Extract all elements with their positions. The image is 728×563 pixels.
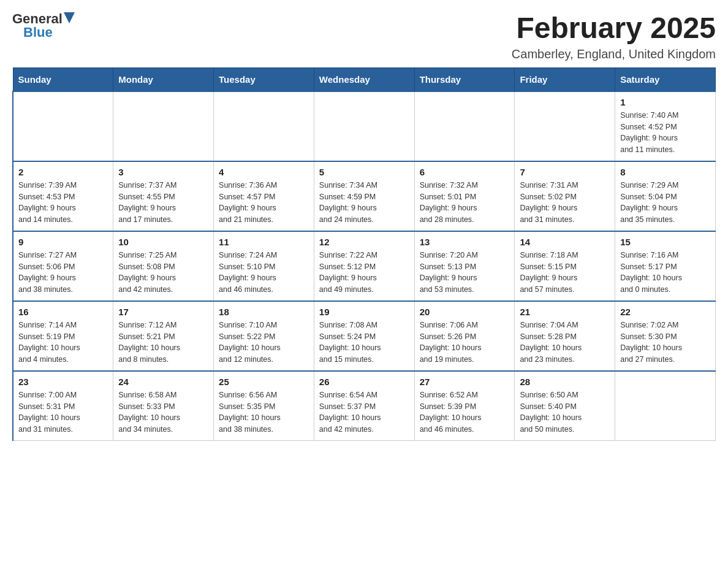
calendar-cell: 13Sunrise: 7:20 AMSunset: 5:13 PMDayligh… — [414, 231, 515, 301]
day-info: Sunrise: 7:16 AMSunset: 5:17 PMDaylight:… — [620, 250, 710, 296]
day-number: 7 — [520, 167, 610, 177]
day-number: 3 — [118, 167, 208, 177]
calendar-cell — [314, 91, 414, 161]
day-info: Sunrise: 7:32 AMSunset: 5:01 PMDaylight:… — [420, 180, 510, 226]
day-number: 22 — [620, 307, 710, 317]
page-header: General Blue February 2025 Camberley, En… — [12, 12, 716, 61]
calendar-cell: 16Sunrise: 7:14 AMSunset: 5:19 PMDayligh… — [13, 301, 113, 371]
calendar-day-header: Friday — [515, 67, 615, 91]
svg-marker-0 — [64, 12, 75, 23]
day-number: 26 — [319, 377, 409, 387]
day-number: 23 — [18, 377, 108, 387]
calendar-cell: 15Sunrise: 7:16 AMSunset: 5:17 PMDayligh… — [615, 231, 716, 301]
calendar-cell: 24Sunrise: 6:58 AMSunset: 5:33 PMDayligh… — [113, 371, 214, 441]
calendar-cell: 18Sunrise: 7:10 AMSunset: 5:22 PMDayligh… — [214, 301, 314, 371]
calendar-day-header: Saturday — [615, 67, 716, 91]
day-number: 9 — [18, 237, 108, 247]
calendar-cell: 11Sunrise: 7:24 AMSunset: 5:10 PMDayligh… — [214, 231, 314, 301]
calendar-cell — [13, 91, 113, 161]
day-info: Sunrise: 7:00 AMSunset: 5:31 PMDaylight:… — [18, 389, 108, 435]
calendar-cell: 27Sunrise: 6:52 AMSunset: 5:39 PMDayligh… — [414, 371, 515, 441]
day-number: 6 — [420, 167, 510, 177]
day-info: Sunrise: 7:29 AMSunset: 5:04 PMDaylight:… — [620, 180, 710, 226]
calendar-cell: 8Sunrise: 7:29 AMSunset: 5:04 PMDaylight… — [615, 161, 716, 231]
calendar-cell: 3Sunrise: 7:37 AMSunset: 4:55 PMDaylight… — [113, 161, 214, 231]
day-number: 10 — [118, 237, 208, 247]
calendar-day-header: Thursday — [414, 67, 515, 91]
calendar-day-header: Monday — [113, 67, 214, 91]
day-info: Sunrise: 7:37 AMSunset: 4:55 PMDaylight:… — [118, 180, 208, 226]
day-number: 28 — [520, 377, 610, 387]
calendar-cell: 22Sunrise: 7:02 AMSunset: 5:30 PMDayligh… — [615, 301, 716, 371]
day-number: 18 — [219, 307, 309, 317]
day-info: Sunrise: 6:56 AMSunset: 5:35 PMDaylight:… — [219, 389, 309, 435]
logo: General Blue — [12, 12, 75, 39]
calendar-cell: 1Sunrise: 7:40 AMSunset: 4:52 PMDaylight… — [615, 91, 716, 161]
day-number: 27 — [420, 377, 510, 387]
logo-arrow-icon — [64, 12, 75, 23]
day-info: Sunrise: 6:58 AMSunset: 5:33 PMDaylight:… — [118, 389, 208, 435]
day-info: Sunrise: 6:54 AMSunset: 5:37 PMDaylight:… — [319, 389, 409, 435]
calendar-cell: 7Sunrise: 7:31 AMSunset: 5:02 PMDaylight… — [515, 161, 615, 231]
calendar-cell: 28Sunrise: 6:50 AMSunset: 5:40 PMDayligh… — [515, 371, 615, 441]
day-info: Sunrise: 7:22 AMSunset: 5:12 PMDaylight:… — [319, 250, 409, 296]
day-number: 14 — [520, 237, 610, 247]
day-number: 16 — [18, 307, 108, 317]
day-info: Sunrise: 7:36 AMSunset: 4:57 PMDaylight:… — [219, 180, 309, 226]
calendar-cell: 17Sunrise: 7:12 AMSunset: 5:21 PMDayligh… — [113, 301, 214, 371]
day-number: 24 — [118, 377, 208, 387]
day-number: 5 — [319, 167, 409, 177]
day-number: 11 — [219, 237, 309, 247]
calendar-cell — [515, 91, 615, 161]
calendar-cell: 21Sunrise: 7:04 AMSunset: 5:28 PMDayligh… — [515, 301, 615, 371]
day-number: 13 — [420, 237, 510, 247]
day-info: Sunrise: 7:27 AMSunset: 5:06 PMDaylight:… — [18, 250, 108, 296]
calendar-cell: 12Sunrise: 7:22 AMSunset: 5:12 PMDayligh… — [314, 231, 414, 301]
calendar-day-header: Wednesday — [314, 67, 414, 91]
calendar-week-row: 23Sunrise: 7:00 AMSunset: 5:31 PMDayligh… — [13, 371, 716, 441]
calendar-cell: 20Sunrise: 7:06 AMSunset: 5:26 PMDayligh… — [414, 301, 515, 371]
day-number: 21 — [520, 307, 610, 317]
calendar-week-row: 2Sunrise: 7:39 AMSunset: 4:53 PMDaylight… — [13, 161, 716, 231]
calendar-week-row: 1Sunrise: 7:40 AMSunset: 4:52 PMDaylight… — [13, 91, 716, 161]
day-info: Sunrise: 6:50 AMSunset: 5:40 PMDaylight:… — [520, 389, 610, 435]
calendar-week-row: 9Sunrise: 7:27 AMSunset: 5:06 PMDaylight… — [13, 231, 716, 301]
calendar-cell — [414, 91, 515, 161]
calendar-cell: 4Sunrise: 7:36 AMSunset: 4:57 PMDaylight… — [214, 161, 314, 231]
day-number: 4 — [219, 167, 309, 177]
calendar-cell: 26Sunrise: 6:54 AMSunset: 5:37 PMDayligh… — [314, 371, 414, 441]
calendar-cell: 5Sunrise: 7:34 AMSunset: 4:59 PMDaylight… — [314, 161, 414, 231]
day-info: Sunrise: 7:34 AMSunset: 4:59 PMDaylight:… — [319, 180, 409, 226]
day-info: Sunrise: 7:04 AMSunset: 5:28 PMDaylight:… — [520, 320, 610, 366]
calendar-cell: 19Sunrise: 7:08 AMSunset: 5:24 PMDayligh… — [314, 301, 414, 371]
day-number: 19 — [319, 307, 409, 317]
day-info: Sunrise: 7:10 AMSunset: 5:22 PMDaylight:… — [219, 320, 309, 366]
day-info: Sunrise: 7:24 AMSunset: 5:10 PMDaylight:… — [219, 250, 309, 296]
day-number: 2 — [18, 167, 108, 177]
title-block: February 2025 Camberley, England, United… — [512, 12, 716, 61]
day-info: Sunrise: 6:52 AMSunset: 5:39 PMDaylight:… — [420, 389, 510, 435]
calendar-week-row: 16Sunrise: 7:14 AMSunset: 5:19 PMDayligh… — [13, 301, 716, 371]
subtitle: Camberley, England, United Kingdom — [512, 47, 716, 61]
day-number: 15 — [620, 237, 710, 247]
day-info: Sunrise: 7:06 AMSunset: 5:26 PMDaylight:… — [420, 320, 510, 366]
calendar-cell — [113, 91, 214, 161]
day-number: 20 — [420, 307, 510, 317]
day-info: Sunrise: 7:14 AMSunset: 5:19 PMDaylight:… — [18, 320, 108, 366]
day-info: Sunrise: 7:31 AMSunset: 5:02 PMDaylight:… — [520, 180, 610, 226]
calendar-header-row: SundayMondayTuesdayWednesdayThursdayFrid… — [13, 67, 716, 91]
day-number: 8 — [620, 167, 710, 177]
calendar-cell — [214, 91, 314, 161]
calendar-cell: 23Sunrise: 7:00 AMSunset: 5:31 PMDayligh… — [13, 371, 113, 441]
day-info: Sunrise: 7:08 AMSunset: 5:24 PMDaylight:… — [319, 320, 409, 366]
logo-general-text: General — [12, 12, 63, 26]
day-number: 17 — [118, 307, 208, 317]
main-title: February 2025 — [512, 12, 716, 45]
day-info: Sunrise: 7:18 AMSunset: 5:15 PMDaylight:… — [520, 250, 610, 296]
calendar-cell: 2Sunrise: 7:39 AMSunset: 4:53 PMDaylight… — [13, 161, 113, 231]
logo-blue-text: Blue — [23, 26, 53, 39]
day-number: 1 — [620, 97, 710, 107]
day-info: Sunrise: 7:02 AMSunset: 5:30 PMDaylight:… — [620, 320, 710, 366]
calendar-table: SundayMondayTuesdayWednesdayThursdayFrid… — [12, 67, 716, 441]
calendar-day-header: Sunday — [13, 67, 113, 91]
